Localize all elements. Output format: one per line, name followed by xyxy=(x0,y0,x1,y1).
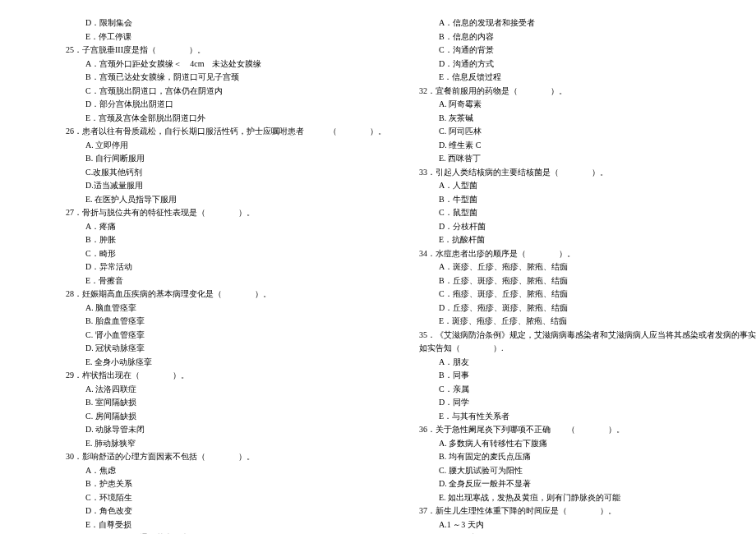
option-line: A. 阿奇霉素 xyxy=(419,98,756,112)
option-line: A．焦虑 xyxy=(66,464,386,478)
option-line: B. 自行间断服用 xyxy=(66,152,386,166)
question-line: 30．影响舒适的心理方面因素不包括（ ）。 xyxy=(66,450,386,464)
option-line: B．同事 xyxy=(419,369,756,383)
option-line: B．宫颈已达处女膜缘，阴道口可见子宫颈 xyxy=(66,71,386,85)
question-line: 36．关于急性阑尾炎下列哪项不正确 （ ）。 xyxy=(419,423,756,437)
option-line: E．骨擦音 xyxy=(66,274,386,288)
option-line: C．畸形 xyxy=(66,247,386,261)
option-line: B．信息的内容 xyxy=(419,30,756,44)
option-line: E．与其有性关系者 xyxy=(419,410,756,424)
question-line: 25．子宫脱垂III度是指（ ）。 xyxy=(66,44,386,58)
option-line: B．丘疹、斑疹、疱疹、脓疱、结痂 xyxy=(419,274,756,288)
option-line: D．限制集会 xyxy=(66,16,386,30)
question-line: 27．骨折与脱位共有的特征性表现是（ ）。 xyxy=(66,206,386,220)
option-line: C．鼠型菌 xyxy=(419,206,756,220)
question-line: 26．患者以往有骨质疏松，自行长期口服活性钙，护士应嘱咐患者 （ ）。 xyxy=(66,125,386,139)
option-line: C．疱疹、斑疹、丘疹、脓疱、结痂 xyxy=(419,288,756,302)
option-line: B. 均有固定的麦氏点压痛 xyxy=(419,450,756,464)
option-line: A.1 ～3 天内 xyxy=(419,518,756,532)
option-line: B. 灰茶碱 xyxy=(419,112,756,126)
page-content: D．限制集会E．停工停课25．子宫脱垂III度是指（ ）。A．宫颈外口距处女膜缘… xyxy=(0,0,756,534)
option-line: D．部分宫体脱出阴道口 xyxy=(66,98,386,112)
option-line: E．停工停课 xyxy=(66,30,386,44)
option-line: E．宫颈及宫体全部脱出阴道口外 xyxy=(66,112,386,126)
option-line: A．斑疹、丘疹、疱疹、脓疱、结痂 xyxy=(419,260,756,274)
left-column: D．限制集会E．停工停课25．子宫脱垂III度是指（ ）。A．宫颈外口距处女膜缘… xyxy=(49,16,403,534)
option-line: D. 动脉导管未闭 xyxy=(66,423,386,437)
question-line: 32．宜餐前服用的药物是（ ）。 xyxy=(419,85,756,99)
option-line: D．沟通的方式 xyxy=(419,58,756,71)
option-line: E．自尊受损 xyxy=(66,518,386,532)
option-line: E. 西咪替丁 xyxy=(419,152,756,166)
option-line: E．信息反馈过程 xyxy=(419,71,756,85)
option-line: B．牛型菌 xyxy=(419,193,756,207)
option-line: E. 全身小动脉痉挛 xyxy=(66,356,386,370)
option-line: E．斑疹、疱疹、丘疹、脓疱、结痂 xyxy=(419,315,756,329)
option-line: D．同学 xyxy=(419,396,756,410)
question-line: 33．引起人类结核病的主要结核菌是（ ）。 xyxy=(419,166,756,180)
option-line: D. 冠状动脉痉挛 xyxy=(66,342,386,356)
option-line: C. 房间隔缺损 xyxy=(66,410,386,424)
option-line: A. 法洛四联症 xyxy=(66,383,386,397)
option-line: E. 如出现寒战，发热及黄疸，则有门静脉炎的可能 xyxy=(419,491,756,505)
option-line: B．护患关系 xyxy=(66,477,386,491)
option-line: C.改服其他钙剂 xyxy=(66,166,386,180)
option-line: A. 脑血管痉挛 xyxy=(66,302,386,315)
option-line: E. 在医护人员指导下服用 xyxy=(66,193,386,207)
option-line: C. 阿司匹林 xyxy=(419,125,756,139)
option-line: D．异常活动 xyxy=(66,260,386,274)
option-line: C. 肾小血管痉挛 xyxy=(66,329,386,343)
right-column: A．信息的发现者和接受者B．信息的内容C．沟通的背景D．沟通的方式E．信息反馈过… xyxy=(403,16,756,534)
question-line: 29．杵状指出现在（ ）。 xyxy=(66,369,386,383)
question-line: 34．水痘患者出疹的顺序是（ ）。 xyxy=(419,247,756,261)
option-line: C．环境陌生 xyxy=(66,491,386,505)
option-line: D．丘疹、疱疹、斑疹、脓疱、结痂 xyxy=(419,302,756,315)
option-line: D.适当减量服用 xyxy=(66,179,386,193)
option-line: D．角色改变 xyxy=(66,504,386,518)
question-line: 如实告知（ ）. xyxy=(419,342,756,356)
option-line: C．宫颈脱出阴道口，宫体仍在阴道内 xyxy=(66,85,386,99)
option-line: B. 室间隔缺损 xyxy=(66,396,386,410)
question-line: 28．妊娠期高血压疾病的基本病理变化是（ ）。 xyxy=(66,288,386,302)
option-line: E．抗酸杆菌 xyxy=(419,233,756,247)
question-line: 35．《艾滋病防治条例》规定，艾滋病病毒感染者和艾滋病病人应当将其感染或者发病的… xyxy=(419,329,756,343)
option-line: C. 腰大肌试验可为阳性 xyxy=(419,464,756,478)
option-line: A．朋友 xyxy=(419,356,756,370)
option-line: D. 全身反应一般并不显著 xyxy=(419,477,756,491)
option-line: A. 立即停用 xyxy=(66,139,386,153)
option-line: D. 维生素 C xyxy=(419,139,756,153)
option-line: A．人型菌 xyxy=(419,179,756,193)
question-line: 37．新生儿生理性体重下降的时间应是（ ）。 xyxy=(419,504,756,518)
option-line: D．分枝杆菌 xyxy=(419,220,756,234)
option-line: A. 多数病人有转移性右下腹痛 xyxy=(419,437,756,451)
option-line: A．信息的发现者和接受者 xyxy=(419,16,756,30)
option-line: B．肿胀 xyxy=(66,233,386,247)
option-line: E. 肺动脉狭窄 xyxy=(66,437,386,451)
option-line: C．亲属 xyxy=(419,383,756,397)
option-line: B. 胎盘血管痉挛 xyxy=(66,315,386,329)
option-line: C．沟通的背景 xyxy=(419,44,756,58)
option-line: A．疼痛 xyxy=(66,220,386,234)
option-line: A．宫颈外口距处女膜缘＜ 4cm 未达处女膜缘 xyxy=(66,58,386,71)
